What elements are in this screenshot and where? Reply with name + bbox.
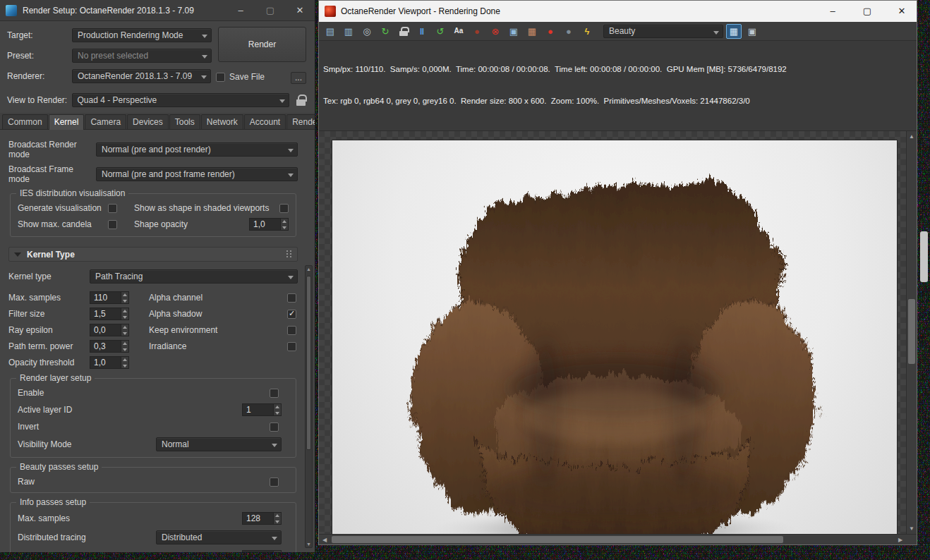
- monitor-icon[interactable]: ▣: [506, 24, 521, 39]
- target-dropdown[interactable]: Production Rendering Mode: [72, 28, 212, 42]
- lock-view-icon[interactable]: [295, 94, 308, 107]
- spinner-up-icon[interactable]: [121, 341, 128, 346]
- render-setup-titlebar[interactable]: Render Setup: OctaneRender 2018.1.3 - 7.…: [0, 0, 315, 21]
- tab-kernel[interactable]: Kernel: [49, 114, 85, 130]
- scroll-down-icon[interactable]: ▼: [907, 525, 917, 532]
- z-depth-max-value[interactable]: 5,0: [242, 550, 273, 552]
- spinner-down-icon[interactable]: [121, 330, 128, 336]
- restart-render-icon[interactable]: ↺: [433, 24, 448, 39]
- pause-icon[interactable]: ‖: [414, 24, 430, 39]
- ray-epsilon-value[interactable]: 0,0: [90, 324, 121, 336]
- viewport-canvas[interactable]: [319, 131, 906, 534]
- invert-checkbox[interactable]: [270, 422, 279, 432]
- film-icon[interactable]: ▦: [524, 24, 540, 39]
- spinner-up-icon[interactable]: [274, 404, 281, 410]
- spinner-up-icon[interactable]: [121, 324, 128, 330]
- enable-checkbox[interactable]: [270, 389, 279, 398]
- alpha-shadow-checkbox[interactable]: [287, 310, 296, 319]
- lock-resolution-icon[interactable]: [396, 24, 411, 39]
- keep-environment-checkbox[interactable]: [287, 326, 296, 335]
- active-layer-id-spinner[interactable]: 1: [242, 403, 282, 416]
- close-icon[interactable]: ✕: [887, 1, 917, 22]
- record-icon[interactable]: ●: [543, 24, 558, 39]
- spinner-up-icon[interactable]: [121, 292, 128, 298]
- spinner-up-icon[interactable]: [121, 308, 128, 314]
- viewport-horizontal-scrollbar[interactable]: ◀ ▶: [319, 534, 906, 544]
- visibility-mode-dropdown[interactable]: Normal: [156, 437, 282, 451]
- spinner-down-icon[interactable]: [121, 346, 128, 352]
- minimize-icon[interactable]: –: [229, 1, 253, 20]
- object-ball-icon[interactable]: ●: [561, 24, 576, 39]
- image-view-icon[interactable]: ▣: [744, 24, 760, 39]
- copy-image-icon[interactable]: ▥: [341, 24, 356, 39]
- save-file-browse-button[interactable]: ...: [291, 72, 306, 84]
- viewport-titlebar[interactable]: OctaneRender Viewport - Rendering Done –…: [319, 1, 917, 22]
- text-overlay-icon[interactable]: Aa: [451, 24, 466, 39]
- z-depth-max-spinner[interactable]: 5,0: [242, 550, 282, 552]
- kernel-type-rollout[interactable]: Kernel Type: [8, 247, 298, 262]
- ray-epsilon-spinner[interactable]: 0,0: [90, 324, 129, 336]
- filter-size-value[interactable]: 1,5: [90, 308, 121, 320]
- tab-camera[interactable]: Camera: [85, 114, 126, 129]
- max-samples-spinner[interactable]: 110: [90, 291, 129, 304]
- spinner-up-icon[interactable]: [121, 357, 128, 363]
- alpha-channel-checkbox[interactable]: [287, 293, 296, 303]
- spinner-down-icon[interactable]: [121, 314, 128, 319]
- scrollbar-thumb[interactable]: [908, 299, 915, 364]
- shape-opacity-spinner[interactable]: 1,0: [249, 218, 289, 231]
- kernel-type-dropdown[interactable]: Path Tracing: [90, 269, 298, 284]
- info-max-samples-spinner[interactable]: 128: [242, 512, 282, 525]
- spinner-up-icon[interactable]: [281, 219, 288, 224]
- close-icon[interactable]: ✕: [288, 1, 312, 20]
- spinner-up-icon[interactable]: [274, 513, 281, 518]
- show-as-shape-checkbox[interactable]: [279, 204, 289, 213]
- spinner-down-icon[interactable]: [281, 224, 288, 230]
- spinner-down-icon[interactable]: [121, 363, 128, 368]
- scroll-up-icon[interactable]: ▲: [907, 133, 917, 140]
- max-samples-value[interactable]: 110: [90, 291, 121, 304]
- scrollbar-thumb[interactable]: [306, 276, 311, 450]
- info-max-samples-value[interactable]: 128: [242, 512, 273, 525]
- scroll-up-icon[interactable]: ▲: [306, 267, 312, 272]
- tab-account[interactable]: Account: [244, 114, 286, 129]
- generate-visualisation-checkbox[interactable]: [108, 204, 117, 213]
- material-ball-icon[interactable]: ●: [469, 24, 485, 39]
- path-term-power-spinner[interactable]: 0,3: [90, 340, 129, 353]
- renderer-dropdown[interactable]: OctaneRender 2018.1.3 - 7.09: [72, 69, 211, 83]
- scroll-left-icon[interactable]: ◀: [319, 537, 330, 543]
- lightning-icon[interactable]: ϟ: [579, 24, 595, 39]
- minimize-icon[interactable]: –: [818, 1, 847, 22]
- shape-opacity-value[interactable]: 1,0: [249, 218, 280, 231]
- show-max-candela-checkbox[interactable]: [108, 220, 117, 229]
- tab-common[interactable]: Common: [2, 114, 48, 129]
- viewport-vertical-scrollbar[interactable]: ▲ ▼: [906, 131, 917, 534]
- irradiance-checkbox[interactable]: [287, 342, 296, 351]
- render-setup-scrollbar[interactable]: ▲ ▼: [305, 265, 313, 548]
- rollout-grip-icon[interactable]: [286, 250, 292, 258]
- tab-devices[interactable]: Devices: [127, 114, 169, 129]
- opacity-threshold-value[interactable]: 1,0: [90, 356, 121, 369]
- magnifier-icon[interactable]: ◎: [359, 24, 375, 39]
- save-image-icon[interactable]: ▤: [322, 24, 338, 39]
- view-to-render-dropdown[interactable]: Quad 4 - Perspective: [72, 93, 289, 107]
- scroll-right-icon[interactable]: ▶: [895, 537, 906, 543]
- preset-dropdown[interactable]: No preset selected: [72, 49, 212, 63]
- tab-render-elements[interactable]: Render Elements: [286, 114, 315, 129]
- pixel-grid-icon[interactable]: ▦: [726, 24, 742, 39]
- spinner-down-icon[interactable]: [274, 410, 281, 415]
- broadcast-frame-mode-dropdown[interactable]: Normal (pre and post frame render): [96, 167, 298, 181]
- tab-tools[interactable]: Tools: [169, 114, 200, 129]
- scrollbar-thumb[interactable]: [332, 536, 783, 543]
- save-file-checkbox[interactable]: [216, 73, 225, 82]
- active-layer-id-value[interactable]: 1: [242, 403, 273, 416]
- broadcast-render-mode-dropdown[interactable]: Normal (pre and post render): [96, 142, 298, 157]
- maximize-icon[interactable]: ▢: [258, 1, 282, 20]
- path-term-power-value[interactable]: 0,3: [90, 340, 121, 353]
- render-button[interactable]: Render: [218, 27, 306, 62]
- distributed-tracing-dropdown[interactable]: Distributed: [156, 530, 282, 544]
- raw-checkbox[interactable]: [270, 477, 279, 487]
- background-scrollbar-thumb[interactable]: [920, 231, 928, 282]
- spinner-down-icon[interactable]: [274, 518, 281, 524]
- filter-size-spinner[interactable]: 1,5: [90, 308, 129, 320]
- spinner-down-icon[interactable]: [121, 298, 128, 303]
